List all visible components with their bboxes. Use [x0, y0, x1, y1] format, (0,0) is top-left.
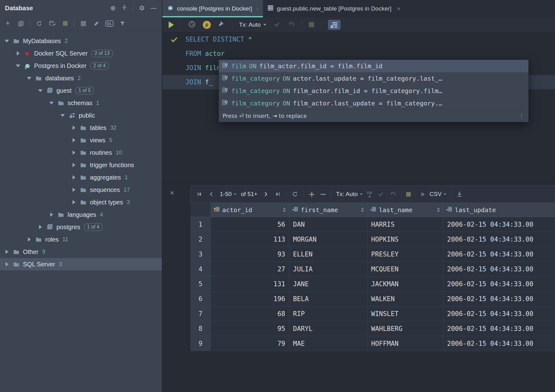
- row-number[interactable]: 9: [190, 336, 211, 351]
- chevron-right-icon[interactable]: [71, 175, 76, 180]
- row-number[interactable]: 7: [190, 306, 211, 321]
- tree-item-languages[interactable]: languages 4: [0, 208, 162, 221]
- chevron-right-icon[interactable]: [71, 163, 76, 167]
- row-number[interactable]: 2: [190, 232, 211, 247]
- tree-item-postgres-in-docker[interactable]: Postgres in Docker 2 of 4: [0, 60, 162, 72]
- chevron-right-icon[interactable]: ›: [256, 6, 259, 12]
- cell[interactable]: MCQUEEN: [367, 262, 443, 276]
- completion-item[interactable]: film_categoryONactor.last_update = film_…: [219, 72, 528, 85]
- next-page-icon[interactable]: [262, 190, 269, 198]
- code-line[interactable]: SELECT DISTINCT *: [162, 32, 555, 47]
- wrench-icon[interactable]: [218, 20, 225, 29]
- column-header-last-update[interactable]: last_update: [443, 203, 555, 217]
- cell[interactable]: HARRIS: [367, 217, 443, 232]
- cell[interactable]: DAN: [289, 217, 367, 232]
- tree-item-tables[interactable]: tables 32: [0, 122, 162, 134]
- refresh-icon[interactable]: [35, 20, 43, 28]
- row-number[interactable]: 6: [190, 292, 211, 306]
- psql-badge-icon[interactable]: p: [203, 21, 211, 29]
- cell[interactable]: 2006-02-15 04:34:33.00: [443, 277, 555, 291]
- commit-check-icon[interactable]: [273, 20, 281, 29]
- add-icon[interactable]: [4, 20, 12, 28]
- tree-item-postgres[interactable]: postgres 1 of 4: [0, 221, 162, 233]
- tree-item-docker-sql-server[interactable]: Docker SQL Server 2 of 13: [0, 47, 162, 60]
- reload-icon[interactable]: [291, 190, 299, 198]
- rollback-icon[interactable]: [389, 190, 397, 198]
- console-ql-icon[interactable]: QL: [105, 20, 113, 28]
- tree-item-routines[interactable]: routines 10: [0, 146, 162, 159]
- cell[interactable]: MORGAN: [289, 232, 367, 247]
- tree-item-guest[interactable]: guest 1 of 5: [0, 84, 162, 97]
- export-format-select[interactable]: CSV: [429, 191, 446, 198]
- chevron-right-icon[interactable]: [71, 138, 76, 142]
- cell[interactable]: 2006-02-15 04:34:33.00: [443, 336, 555, 351]
- stop-icon[interactable]: [61, 20, 69, 28]
- row-number[interactable]: 5: [190, 277, 211, 291]
- tree-item-aggregates[interactable]: aggregates 1: [0, 171, 162, 184]
- cell[interactable]: JACKMAN: [367, 277, 443, 291]
- chevron-right-icon[interactable]: [27, 237, 32, 242]
- cell[interactable]: PRESLEY: [367, 247, 443, 261]
- edit-icon[interactable]: [92, 20, 100, 28]
- cell[interactable]: 2006-02-15 04:34:33.00: [443, 306, 555, 321]
- cell[interactable]: 2006-02-15 04:34:33.00: [443, 247, 555, 261]
- cell[interactable]: JULIA: [289, 262, 367, 276]
- cell[interactable]: 68: [211, 306, 289, 321]
- stop-icon[interactable]: [406, 192, 411, 197]
- rollback-icon[interactable]: [287, 20, 295, 29]
- cell[interactable]: BELA: [289, 292, 367, 306]
- cell[interactable]: 196: [211, 292, 289, 306]
- chevron-down-icon[interactable]: [27, 77, 32, 80]
- chevron-down-icon[interactable]: [60, 114, 65, 117]
- chevron-right-icon[interactable]: [71, 126, 76, 130]
- tree-item-sequences[interactable]: sequences 17: [0, 184, 162, 196]
- last-page-icon[interactable]: [274, 190, 282, 198]
- completion-item[interactable]: filmONfilm_actor.film_id = film.film_id: [219, 60, 528, 72]
- cell[interactable]: 56: [211, 217, 289, 232]
- tab-new-table[interactable]: guest.public.new_table [Postgres in Dock…: [263, 0, 405, 17]
- tree-item-object-types[interactable]: object types 3: [0, 196, 162, 208]
- history-clock-icon[interactable]: [188, 20, 196, 29]
- column-header-first-name[interactable]: first_name: [289, 203, 367, 217]
- chevron-right-icon[interactable]: [71, 150, 76, 155]
- chevron-right-icon[interactable]: [16, 51, 20, 56]
- cell[interactable]: 95: [211, 321, 289, 336]
- hide-panel-icon[interactable]: —: [150, 5, 157, 11]
- cell[interactable]: 131: [211, 277, 289, 291]
- stop-icon[interactable]: [309, 22, 314, 27]
- row-number[interactable]: 3: [190, 247, 211, 261]
- completion-item[interactable]: film_categoryONfilm_actor.film_id = film…: [219, 85, 528, 97]
- cell[interactable]: HOFFMAN: [367, 336, 443, 351]
- more-options-icon[interactable]: ⋮: [518, 112, 525, 120]
- cell[interactable]: MAE: [289, 336, 367, 351]
- cell[interactable]: 2006-02-15 04:34:33.00: [443, 232, 555, 247]
- chevron-down-icon[interactable]: [16, 65, 20, 67]
- cell[interactable]: ELLEN: [289, 247, 367, 261]
- results-view-toggle-icon[interactable]: [328, 20, 340, 30]
- chevron-right-icon[interactable]: [4, 262, 9, 266]
- row-number[interactable]: 1: [190, 217, 211, 232]
- row-number[interactable]: 8: [190, 321, 211, 336]
- first-page-icon[interactable]: [196, 190, 203, 198]
- download-icon[interactable]: [456, 190, 463, 198]
- chevron-down-icon[interactable]: [38, 89, 43, 92]
- chevron-right-icon[interactable]: [4, 250, 9, 254]
- tree-item-sql-server[interactable]: SQL Server 3: [0, 258, 162, 270]
- chevron-right-icon[interactable]: [49, 212, 54, 217]
- close-icon[interactable]: ×: [397, 5, 401, 12]
- delete-row-icon[interactable]: −: [320, 190, 326, 198]
- cell[interactable]: 79: [211, 336, 289, 351]
- settings-gear-icon[interactable]: ⚙: [139, 5, 145, 11]
- tab-console[interactable]: console [Postgres in Docker] ›: [162, 0, 263, 17]
- completion-item[interactable]: film_categoryONfilm_actor.last_update = …: [219, 97, 528, 109]
- collapse-all-icon[interactable]: [121, 4, 127, 12]
- chevron-down-icon[interactable]: [49, 102, 54, 105]
- locate-icon[interactable]: ⊕: [110, 5, 116, 11]
- row-number[interactable]: 4: [190, 262, 211, 276]
- sort-arrows-icon[interactable]: [361, 207, 365, 212]
- chevron-right-icon[interactable]: [71, 200, 76, 204]
- prev-page-icon[interactable]: [208, 190, 215, 198]
- tx-mode-select[interactable]: Tx: Auto: [239, 21, 266, 28]
- add-row-icon[interactable]: +: [308, 190, 315, 198]
- tree-item-public[interactable]: public: [0, 109, 162, 122]
